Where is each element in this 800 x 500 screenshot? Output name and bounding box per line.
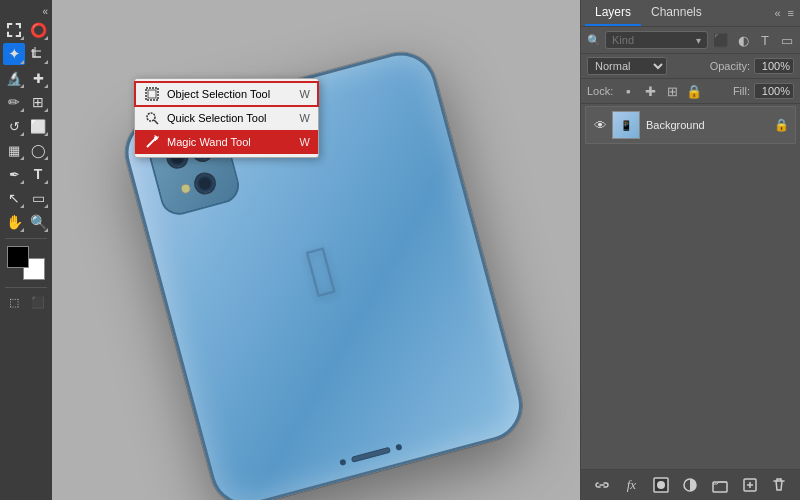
lock-all-icon[interactable]: 🔒 — [685, 82, 703, 100]
filter-shape-icon[interactable]: ▭ — [778, 31, 796, 49]
adjustment-btn[interactable] — [679, 474, 701, 496]
lock-row: Lock: ▪ ✚ ⊞ 🔒 Fill: 100% — [581, 79, 800, 104]
svg-rect-1 — [148, 90, 156, 98]
path-selection-btn[interactable]: ↖ — [3, 187, 25, 209]
screen-mode-btn[interactable]: ⬛ — [27, 291, 49, 313]
filter-icons: ⬛ ◐ T ▭ — [712, 31, 796, 49]
history-brush-btn[interactable]: ↺ — [3, 115, 25, 137]
panel-header: Layers Channels « ≡ — [581, 0, 800, 27]
crop-tool-btn[interactable] — [27, 43, 49, 65]
tool-row-5: ↺ ⬜ — [0, 115, 52, 137]
tool-row-7: ✒ T — [0, 163, 52, 185]
fill-label: Fill: — [733, 85, 750, 97]
panel-collapse-icon[interactable]: « — [772, 5, 782, 21]
toolbar: « ⭕ ✦ 🔬 ✚ — [0, 0, 52, 500]
filter-type-icon[interactable]: T — [756, 31, 774, 49]
tool-row-1: ⭕ — [0, 19, 52, 41]
svg-line-3 — [154, 120, 158, 124]
magic-wand-tool-btn[interactable]: ✦ — [3, 43, 25, 65]
fill-section: Fill: 100% — [733, 83, 794, 99]
brush-tool-btn[interactable]: ✏ — [3, 91, 25, 113]
eraser-tool-btn[interactable]: ⬜ — [27, 115, 49, 137]
apple-logo:  — [299, 229, 344, 313]
search-bar: ▾ — [605, 31, 708, 49]
quick-mask-btn[interactable]: ⬚ — [3, 291, 25, 313]
opacity-label: Opacity: — [710, 60, 750, 72]
svg-line-4 — [147, 139, 155, 147]
group-btn[interactable] — [709, 474, 731, 496]
quick-selection-icon — [143, 109, 161, 127]
panel-menu-icon[interactable]: ≡ — [786, 5, 796, 21]
layer-lock-icon: 🔒 — [774, 118, 789, 132]
bottom-port — [339, 444, 402, 466]
layer-visibility-toggle[interactable]: 👁 — [592, 117, 608, 133]
blend-mode-select[interactable]: Normal — [587, 57, 667, 75]
filter-pixel-icon[interactable]: ⬛ — [712, 31, 730, 49]
layer-background[interactable]: 👁 📱 Background 🔒 — [585, 106, 796, 144]
context-menu: Object Selection Tool W Quick Selection … — [134, 78, 319, 158]
dodge-tool-btn[interactable]: ◯ — [27, 139, 49, 161]
link-layers-btn[interactable] — [591, 474, 613, 496]
delete-layer-btn[interactable] — [768, 474, 790, 496]
lock-artboard-icon[interactable]: ⊞ — [663, 82, 681, 100]
toolbar-collapse[interactable]: « — [42, 6, 48, 17]
tool-row-9: ✋ 🔍 — [0, 211, 52, 233]
tab-layers[interactable]: Layers — [585, 0, 641, 26]
opacity-value[interactable]: 100% — [754, 58, 794, 74]
menu-item-quick-selection[interactable]: Quick Selection Tool W — [135, 106, 318, 130]
tool-row-4: ✏ ⊞ — [0, 91, 52, 113]
toolbar-divider-2 — [5, 287, 47, 288]
menu-item-object-selection[interactable]: Object Selection Tool W — [135, 82, 318, 106]
hand-tool-btn[interactable]: ✋ — [3, 211, 25, 233]
tool-row-extra: ⬚ ⬛ — [0, 291, 52, 313]
shape-tool-btn[interactable]: ▭ — [27, 187, 49, 209]
search-dropdown-icon[interactable]: ▾ — [696, 35, 701, 46]
svg-point-10 — [657, 481, 665, 489]
side-buttons — [446, 124, 463, 173]
object-selection-shortcut: W — [300, 88, 310, 100]
toolbar-top-bar: « — [0, 4, 52, 19]
foreground-color-swatch[interactable] — [7, 246, 29, 268]
menu-item-magic-wand[interactable]: Magic Wand Tool W — [135, 130, 318, 154]
zoom-tool-btn[interactable]: 🔍 — [27, 211, 49, 233]
canvas-area:  Object Selection Tool W — [52, 0, 580, 500]
search-icon: 🔍 — [587, 34, 601, 47]
fx-btn[interactable]: fx — [620, 474, 642, 496]
mask-btn[interactable] — [650, 474, 672, 496]
object-selection-icon — [143, 85, 161, 103]
lock-pixels-icon[interactable]: ▪ — [619, 82, 637, 100]
stamp-tool-btn[interactable]: ⊞ — [27, 91, 49, 113]
toolbar-divider-1 — [5, 238, 47, 239]
layer-name: Background — [646, 119, 774, 131]
color-swatches — [7, 246, 45, 280]
panel-tabs: Layers Channels — [585, 0, 712, 26]
magic-wand-shortcut: W — [300, 136, 310, 148]
healing-tool-btn[interactable]: ✚ — [27, 67, 49, 89]
speaker-dot-2 — [395, 444, 402, 451]
layers-panel: Layers Channels « ≡ 🔍 ▾ ⬛ ◐ T ▭ Normal O… — [580, 0, 800, 500]
quick-selection-label: Quick Selection Tool — [167, 112, 292, 124]
camera-flash — [180, 183, 192, 195]
layers-bottom-bar: fx — [581, 469, 800, 500]
lock-position-icon[interactable]: ✚ — [641, 82, 659, 100]
lasso-tool[interactable]: ⭕ — [27, 19, 49, 41]
fill-value[interactable]: 100% — [754, 83, 794, 99]
rectangular-marquee-tool[interactable] — [3, 19, 25, 41]
quick-selection-shortcut: W — [300, 112, 310, 124]
camera-lens-3 — [192, 170, 219, 197]
object-selection-label: Object Selection Tool — [167, 88, 292, 100]
tab-channels[interactable]: Channels — [641, 0, 712, 26]
pen-tool-btn[interactable]: ✒ — [3, 163, 25, 185]
svg-point-2 — [147, 113, 155, 121]
lightning-port — [351, 447, 391, 463]
lock-label: Lock: — [587, 85, 613, 97]
tool-row-2: ✦ — [0, 43, 52, 65]
filter-adjustment-icon[interactable]: ◐ — [734, 31, 752, 49]
eyedropper-tool-btn[interactable]: 🔬 — [3, 67, 25, 89]
type-tool-btn[interactable]: T — [27, 163, 49, 185]
tool-row-8: ↖ ▭ — [0, 187, 52, 209]
search-input[interactable] — [612, 34, 692, 46]
speaker-dot-1 — [339, 459, 346, 466]
new-layer-btn[interactable] — [739, 474, 761, 496]
gradient-tool-btn[interactable]: ▦ — [3, 139, 25, 161]
